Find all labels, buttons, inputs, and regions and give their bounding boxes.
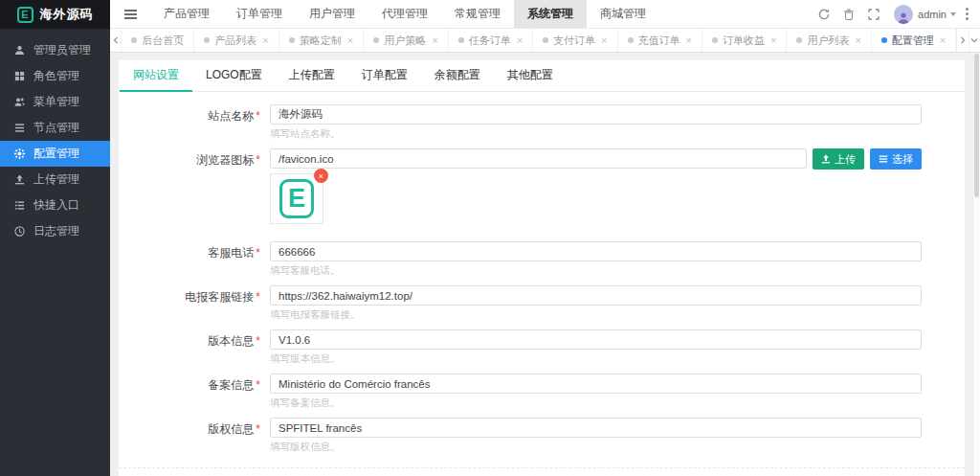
sidebar-item-admins[interactable]: 管理员管理 — [0, 37, 110, 63]
sidebar-item-label: 日志管理 — [33, 223, 79, 239]
tab-dot — [712, 37, 718, 43]
page-tabbar: 后台首页 产品列表 × 策略定制 × 用户策略 × 任务订单 × 支付订单 × … — [110, 29, 980, 53]
tab-label: 用户列表 — [807, 34, 849, 48]
nav-item-mall[interactable]: 商城管理 — [587, 0, 659, 28]
field-label: 浏览器图标* — [119, 148, 260, 232]
tab-close-icon[interactable]: × — [940, 34, 946, 46]
tabs-scroll-left-icon[interactable] — [110, 29, 122, 52]
sidebar-item-label: 节点管理 — [33, 120, 79, 136]
tab-close-icon[interactable]: × — [601, 34, 607, 46]
tab-close-icon[interactable]: × — [262, 34, 268, 46]
icp-info-input[interactable] — [270, 374, 922, 394]
tab-dot — [373, 37, 379, 43]
avatar[interactable] — [894, 5, 913, 24]
sidebar-item-label: 配置管理 — [33, 146, 79, 162]
sidebar-item-menus[interactable]: 菜单管理 — [0, 89, 110, 115]
sidebar-toggle-icon[interactable] — [110, 0, 150, 28]
nav-item-orders[interactable]: 订单管理 — [223, 0, 296, 28]
telegram-link-input[interactable] — [270, 285, 922, 306]
tab-label: 支付订单 — [553, 34, 595, 48]
tab-close-icon[interactable]: × — [855, 34, 860, 46]
tab-dot — [458, 37, 464, 43]
trash-icon[interactable] — [836, 0, 861, 29]
choose-button[interactable]: 选择 — [870, 148, 922, 170]
nav-item-agents[interactable]: 代理管理 — [368, 0, 441, 28]
copyright-info-input[interactable] — [270, 418, 922, 438]
sidebar-item-nodes[interactable]: 节点管理 — [0, 115, 110, 141]
tab-close-icon[interactable]: × — [517, 34, 523, 46]
brand-logo-icon: E — [17, 7, 33, 23]
required-mark: * — [256, 334, 260, 348]
nav-item-users[interactable]: 用户管理 — [296, 0, 368, 28]
gear-icon — [14, 148, 25, 159]
scrollbar-thumb[interactable] — [974, 54, 979, 197]
tab-order-config[interactable]: 订单配置 — [348, 60, 421, 92]
field-help: 填写站点名称。 — [270, 128, 922, 139]
tab-close-icon[interactable]: × — [347, 34, 353, 46]
tabs-scroll-right-icon[interactable] — [956, 29, 968, 52]
more-options-icon[interactable] — [956, 8, 976, 20]
nav-item-products[interactable]: 产品管理 — [150, 0, 223, 28]
required-mark: * — [256, 422, 260, 436]
settings-tabs: 网站设置 LOGO配置 上传配置 订单配置 余额配置 其他配置 — [119, 60, 965, 92]
tab-recharge-orders[interactable]: 充值订单 × — [618, 29, 702, 52]
sidebar-item-label: 管理员管理 — [33, 42, 91, 58]
form-row-service-phone: 客服电话* 填写客服电话。 — [119, 241, 965, 276]
form-row-site-name: 站点名称* 填写站点名称。 — [119, 104, 965, 139]
sidebar-item-label: 菜单管理 — [33, 94, 79, 110]
tab-dot — [628, 37, 634, 43]
tab-config-management[interactable]: 配置管理 × — [872, 29, 956, 52]
tab-user-list[interactable]: 用户列表 × — [787, 29, 871, 52]
tab-label: 后台首页 — [142, 34, 184, 48]
sidebar-item-shortcuts[interactable]: 快捷入口 — [0, 193, 110, 218]
main-content: 网站设置 LOGO配置 上传配置 订单配置 余额配置 其他配置 站点名称* 填写… — [110, 53, 980, 476]
upload-button[interactable]: 上传 — [813, 148, 864, 170]
required-mark: * — [256, 246, 260, 260]
required-mark: * — [256, 109, 260, 123]
nav-item-general[interactable]: 常规管理 — [441, 0, 514, 28]
field-control: 填写版权信息。 — [270, 418, 922, 452]
tab-close-icon[interactable]: × — [432, 34, 437, 46]
tab-balance-config[interactable]: 余额配置 — [421, 60, 494, 92]
field-control: 填写备案信息。 — [270, 374, 922, 408]
nav-item-system[interactable]: 系统管理 — [514, 0, 587, 28]
user-menu[interactable]: admin — [918, 9, 956, 20]
page-scrollbar[interactable] — [972, 53, 980, 476]
tab-dot — [131, 37, 137, 43]
tab-task-orders[interactable]: 任务订单 × — [449, 29, 533, 52]
refresh-icon[interactable] — [812, 0, 836, 29]
sidebar-item-config[interactable]: 配置管理 — [0, 141, 110, 167]
sidebar-item-logs[interactable]: 日志管理 — [0, 218, 110, 244]
tabs-menu-icon[interactable] — [969, 29, 980, 52]
tab-order-earnings[interactable]: 订单收益 × — [702, 29, 787, 52]
sidebar-item-roles[interactable]: 角色管理 — [0, 63, 110, 89]
sidebar-item-uploads[interactable]: 上传管理 — [0, 167, 110, 193]
favicon-preview[interactable]: E × — [270, 173, 323, 224]
tab-close-icon[interactable]: × — [770, 34, 776, 46]
tab-other-config[interactable]: 其他配置 — [494, 60, 567, 92]
tab-user-strategy[interactable]: 用户策略 × — [364, 29, 448, 52]
field-label: 站点名称* — [119, 104, 260, 139]
site-name-input[interactable] — [270, 104, 922, 125]
tab-website-settings[interactable]: 网站设置 — [120, 60, 192, 92]
sidebar-item-label: 角色管理 — [33, 68, 79, 84]
tab-close-icon[interactable]: × — [686, 34, 692, 46]
remove-image-icon[interactable]: × — [314, 169, 328, 183]
service-phone-input[interactable] — [270, 241, 922, 261]
user-icon — [14, 45, 25, 56]
tab-upload-config[interactable]: 上传配置 — [276, 60, 348, 92]
fullscreen-icon[interactable] — [861, 0, 886, 29]
tab-label: 产品列表 — [214, 34, 256, 48]
navbar-actions: admin — [812, 0, 980, 28]
tab-strategy-custom[interactable]: 策略定制 × — [279, 29, 364, 52]
required-mark: * — [256, 153, 260, 167]
favicon-input[interactable] — [270, 148, 807, 169]
tab-pay-orders[interactable]: 支付订单 × — [533, 29, 617, 52]
required-mark: * — [256, 378, 260, 392]
version-info-input[interactable] — [270, 329, 922, 350]
tab-home[interactable]: 后台首页 — [122, 29, 194, 52]
tab-product-list[interactable]: 产品列表 × — [194, 29, 278, 52]
tab-logo-config[interactable]: LOGO配置 — [192, 60, 276, 92]
tab-label: 订单收益 — [723, 34, 765, 48]
field-help: 填写版本信息。 — [270, 353, 922, 364]
